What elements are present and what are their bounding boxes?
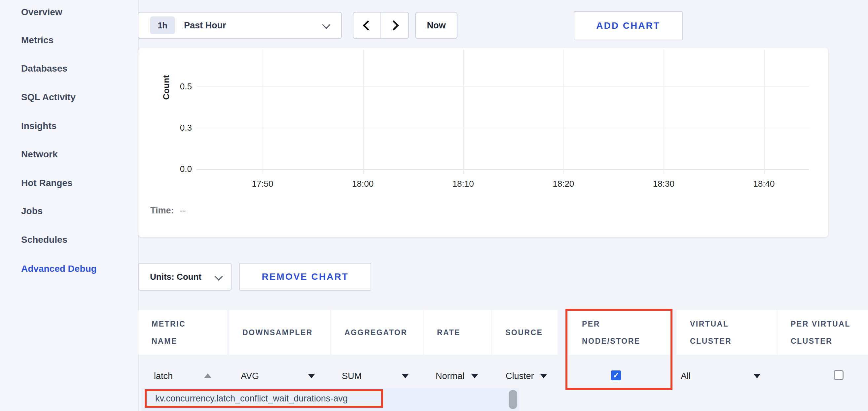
dropdown-arrow-icon[interactable]	[308, 374, 315, 378]
column-header-rate: RATE	[424, 310, 491, 354]
y-tick-label: 0.5	[165, 81, 192, 92]
x-gridline	[563, 49, 564, 174]
units-dropdown[interactable]: Units: Count	[138, 263, 231, 290]
time-next-button[interactable]	[380, 12, 409, 39]
column-header-metric-name: METRIC NAME	[138, 310, 227, 354]
per-virtual-cluster-checkbox[interactable]	[834, 370, 843, 380]
column-header-aggregator: AGGREGATOR	[331, 310, 423, 354]
chart-hover-time: Time:--	[150, 205, 186, 216]
y-gridline	[196, 128, 809, 128]
sidebar-item-jobs[interactable]: Jobs	[21, 206, 42, 216]
sidebar-item-insights[interactable]: Insights	[21, 121, 57, 131]
sidebar: Overview Metrics Databases SQL Activity …	[0, 0, 138, 411]
x-tick-label: 18:10	[453, 179, 474, 189]
sidebar-item-databases[interactable]: Databases	[21, 63, 67, 74]
column-header-downsampler: DOWNSAMPLER	[229, 310, 330, 354]
x-gridline	[463, 49, 464, 174]
column-header-per-node-store: PER NODE/STORE	[569, 310, 671, 354]
x-gridline	[764, 49, 765, 174]
sidebar-item-overview[interactable]: Overview	[21, 7, 62, 18]
aggregator-select[interactable]: SUM	[342, 371, 362, 381]
x-tick-label: 18:30	[653, 179, 675, 189]
chevron-left-icon	[363, 20, 373, 30]
time-range-badge: 1h	[150, 16, 175, 34]
units-dropdown-label: Units: Count	[150, 272, 202, 282]
y-gridline	[196, 87, 809, 87]
chart-card: Count Time:-- 0.50.30.017:5018:0018:1018…	[138, 48, 828, 237]
dropdown-arrow-icon[interactable]	[753, 374, 761, 378]
sidebar-item-schedules[interactable]: Schedules	[21, 235, 67, 245]
sidebar-item-sql-activity[interactable]: SQL Activity	[21, 92, 75, 103]
add-chart-button[interactable]: ADD CHART	[574, 11, 683, 40]
sidebar-item-metrics[interactable]: Metrics	[21, 35, 54, 45]
source-select[interactable]: Cluster	[506, 371, 534, 381]
y-gridline	[196, 169, 809, 170]
scrollbar-thumb[interactable]	[509, 390, 517, 409]
y-tick-label: 0.0	[165, 164, 192, 174]
x-gridline	[262, 49, 263, 174]
x-tick-label: 18:20	[553, 179, 574, 189]
metric-suggestion-panel: kv.concurrency.latch_conflict_wait_durat…	[142, 388, 519, 411]
x-gridline	[663, 49, 664, 174]
y-tick-label: 0.3	[165, 123, 192, 133]
column-header-per-virtual-cluster: PER VIRTUAL CLUSTER	[777, 310, 868, 354]
time-range-label: Past Hour	[184, 21, 226, 31]
sidebar-item-hot-ranges[interactable]: Hot Ranges	[21, 178, 73, 189]
now-button[interactable]: Now	[415, 12, 458, 39]
rate-select[interactable]: Normal	[436, 371, 464, 381]
checkmark-icon: ✓	[613, 371, 619, 380]
sort-up-icon[interactable]	[204, 373, 211, 378]
chart-hover-time-value: --	[180, 205, 186, 215]
per-node-store-checkbox[interactable]: ✓	[611, 370, 621, 380]
x-tick-label: 18:40	[753, 179, 775, 189]
chart-hover-time-label: Time:	[150, 205, 174, 215]
downsampler-select[interactable]: AVG	[241, 371, 259, 381]
sidebar-item-network[interactable]: Network	[21, 149, 58, 160]
advanced-debug-custom-chart-page: Overview Metrics Databases SQL Activity …	[0, 0, 868, 411]
chevron-right-icon	[389, 20, 399, 30]
virtual-cluster-select[interactable]: All	[681, 371, 691, 381]
time-range-dropdown[interactable]: 1h Past Hour	[138, 12, 342, 39]
x-tick-label: 17:50	[252, 179, 273, 189]
chevron-down-icon	[322, 21, 330, 29]
dropdown-arrow-icon[interactable]	[540, 374, 547, 378]
chevron-down-icon	[214, 272, 223, 280]
metric-name-input[interactable]: latch	[154, 371, 173, 381]
column-header-source: SOURCE	[492, 310, 558, 354]
dropdown-arrow-icon[interactable]	[471, 374, 478, 378]
column-header-virtual-cluster: VIRTUAL CLUSTER	[677, 310, 776, 354]
sidebar-item-advanced-debug[interactable]: Advanced Debug	[21, 264, 97, 274]
remove-chart-button[interactable]: REMOVE CHART	[239, 263, 371, 290]
metric-suggestion-item[interactable]: kv.concurrency.latch_conflict_wait_durat…	[155, 393, 348, 404]
time-prev-button[interactable]	[353, 12, 381, 39]
dropdown-arrow-icon[interactable]	[402, 374, 409, 378]
x-tick-label: 18:00	[352, 179, 374, 189]
x-gridline	[363, 49, 364, 174]
